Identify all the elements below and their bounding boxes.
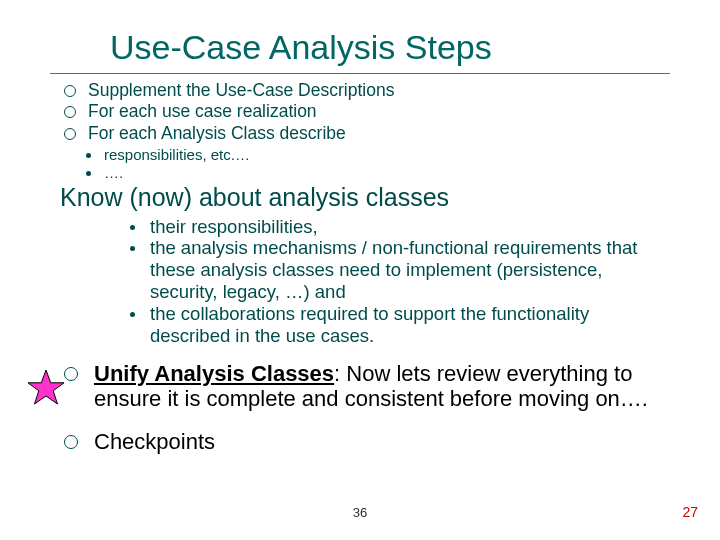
title-underline (50, 73, 670, 74)
top-bullet-list: Supplement the Use-Case Descriptions For… (60, 80, 670, 144)
sub-bullet-list-a: responsibilities, etc.… …. (84, 146, 670, 182)
know-heading: Know (now) about analysis classes (60, 184, 670, 212)
page-number-right: 27 (682, 504, 698, 520)
checkpoints-item: Checkpoints (60, 429, 670, 454)
list-item: responsibilities, etc.… (84, 146, 670, 164)
list-item: For each use case realization (60, 101, 670, 122)
slide: Use-Case Analysis Steps Supplement the U… (0, 0, 720, 540)
list-item: their responsibilities, (128, 216, 670, 238)
list-item: the analysis mechanisms / non-functional… (128, 237, 670, 302)
know-bullet-list: their responsibilities, the analysis mec… (128, 216, 670, 347)
list-item: For each Analysis Class describe (60, 123, 670, 144)
svg-marker-0 (28, 370, 64, 404)
slide-title: Use-Case Analysis Steps (110, 28, 670, 67)
page-number-center: 36 (0, 505, 720, 520)
list-item: Supplement the Use-Case Descriptions (60, 80, 670, 101)
star-icon (26, 368, 66, 408)
list-item: the collaborations required to support t… (128, 303, 670, 347)
unify-lead: Unify Analysis Classes (94, 361, 334, 386)
unify-item: Unify Analysis Classes: Now lets review … (60, 361, 670, 412)
bottom-bullet-list: Unify Analysis Classes: Now lets review … (60, 361, 670, 455)
list-item: …. (84, 164, 670, 182)
